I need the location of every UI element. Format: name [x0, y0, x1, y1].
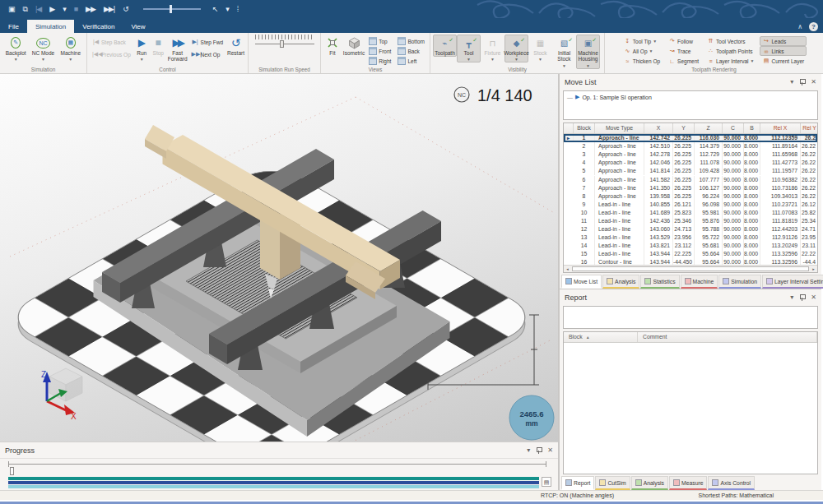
tab-verification[interactable]: Verification: [74, 21, 123, 33]
move-row[interactable]: 4Approach - line142.04626.225111.07890.0…: [564, 159, 817, 167]
step-fwd-button[interactable]: ▶|Step Fwd: [189, 37, 226, 47]
machine-housing-toggle[interactable]: ▣✓Machine Housing▼: [576, 35, 600, 69]
qat-more-icon[interactable]: ⁞: [234, 1, 242, 17]
step-back-button[interactable]: |◀Step Back: [90, 37, 133, 47]
move-row[interactable]: 14Lead-in - line143.82123.11295.68190.00…: [564, 242, 817, 250]
progress-close-icon[interactable]: ✕: [547, 447, 553, 454]
tab-view[interactable]: View: [123, 21, 153, 33]
report-dropdown-icon[interactable]: ▾: [790, 294, 793, 301]
move-row[interactable]: 3Approach - line142.27826.225112.72990.0…: [564, 150, 817, 159]
tab-analysis[interactable]: Analysis: [602, 275, 639, 289]
tab-report[interactable]: Report: [561, 476, 594, 490]
run-speed-slider[interactable]: [255, 44, 314, 44]
toolpath-toggle[interactable]: ⌁✓Toolpath: [433, 35, 457, 57]
view-back-button[interactable]: Back: [395, 46, 427, 56]
links-button[interactable]: ∞Links: [760, 46, 807, 56]
tab-file[interactable]: File: [0, 21, 27, 33]
isometric-button[interactable]: Isometric: [342, 35, 365, 57]
tab-simulation[interactable]: Simulation: [718, 275, 761, 289]
report-col-block[interactable]: Block ▲: [564, 332, 638, 342]
report-close-icon[interactable]: ✕: [811, 294, 816, 301]
restart-button[interactable]: ↺ Restart: [226, 35, 245, 57]
run-button[interactable]: ▶ Run▼: [134, 35, 150, 62]
current-layer-button[interactable]: ▤Current Layer: [760, 56, 807, 66]
play-icon[interactable]: ▶: [46, 1, 58, 17]
fast-forward-button[interactable]: ▶▶ Fast Forward: [167, 35, 188, 63]
report-col-comment[interactable]: Comment: [638, 332, 817, 342]
open-icon[interactable]: ⧉: [20, 1, 30, 17]
pointer-icon[interactable]: ↖: [209, 1, 221, 17]
move-row[interactable]: 12Lead-in - line143.06024.71395.78890.00…: [564, 225, 817, 234]
scroll-left-icon[interactable]: ◂: [564, 266, 571, 272]
fixture-toggle[interactable]: ⊓Fixture▼: [481, 35, 504, 62]
stock-toggle[interactable]: ▦Stock▼: [528, 35, 552, 62]
previous-op-button[interactable]: |◀◀Previous Op: [90, 49, 133, 59]
col-z[interactable]: Z: [695, 123, 723, 133]
layer-interval-button[interactable]: ≡Layer Interval▼: [704, 56, 756, 66]
scroll-right-icon[interactable]: ▸: [810, 266, 817, 272]
move-list-pin-icon[interactable]: [799, 79, 805, 86]
tool-tip-button[interactable]: ↧Tool Tip▼: [621, 36, 663, 46]
backplot-button[interactable]: ✎Backplot▼: [2, 35, 29, 62]
tab-machine[interactable]: Machine: [681, 275, 718, 289]
viewport-3d[interactable]: NC 1/4 140 2465.6 m: [0, 74, 558, 442]
move-row[interactable]: 5Approach - line141.81426.225109.42890.0…: [564, 167, 817, 175]
tab-move-list[interactable]: Move List: [561, 275, 602, 289]
tab-axis-control[interactable]: Axis Control: [708, 476, 755, 490]
move-row[interactable]: ▸1Approach - line142.74226.225116.03090.…: [564, 134, 817, 142]
move-row[interactable]: 2Approach - line142.51026.225114.37990.0…: [564, 142, 817, 150]
tab-statistics[interactable]: Statistics: [640, 275, 679, 289]
tab-analysis[interactable]: Analysis: [631, 476, 668, 490]
hscroll-thumb[interactable]: [572, 266, 809, 271]
col-rel-x[interactable]: Rel X: [760, 123, 801, 133]
move-row[interactable]: 11Lead-in - line142.43625.34695.87690.00…: [564, 217, 817, 225]
tab-measure[interactable]: Measure: [669, 476, 707, 490]
progress-detail-button[interactable]: ▤: [542, 477, 551, 487]
segment-button[interactable]: ∟Segment: [666, 56, 701, 66]
move-list-close-icon[interactable]: ✕: [811, 79, 816, 86]
move-row[interactable]: 9Lead-in - line140.85526.12196.09890.000…: [564, 201, 817, 209]
fit-button[interactable]: Fit: [323, 35, 342, 57]
toolpath-points-button[interactable]: ∴Toolpath Points: [704, 46, 756, 56]
report-pin-icon[interactable]: [799, 294, 805, 301]
move-row[interactable]: 13Lead-in - line143.52923.95695.72290.00…: [564, 234, 817, 242]
progress-pin-icon[interactable]: [536, 447, 542, 454]
view-front-button[interactable]: Front: [366, 46, 393, 56]
view-top-button[interactable]: Top: [366, 36, 393, 46]
move-row[interactable]: 6Approach - line141.58226.225107.77790.0…: [564, 175, 817, 183]
move-table-hscrollbar[interactable]: ◂ ▸: [564, 265, 817, 272]
trace-button[interactable]: ↝Trace: [666, 46, 701, 56]
tool-vectors-button[interactable]: ⇈Tool Vectors: [704, 36, 756, 46]
move-table-header[interactable]: BlockMove TypeXYZCBRel XRel Y: [564, 123, 817, 134]
move-row[interactable]: 8Approach - line139.95826.22596.22490.00…: [564, 192, 817, 201]
next-op-button[interactable]: ▶▶|Next Op: [189, 49, 226, 59]
move-row[interactable]: 10Lead-in - line141.68925.82395.98190.00…: [564, 209, 817, 217]
collapse-ribbon-icon[interactable]: ∧: [797, 23, 802, 30]
operation-tree-item[interactable]: — ▶ Op. 1: Sample SI operation: [567, 94, 814, 100]
restart-icon[interactable]: ↺: [119, 1, 132, 17]
tool-toggle[interactable]: ┳✓Tool▼: [457, 35, 481, 62]
speed-slider[interactable]: [143, 8, 201, 10]
view-bottom-button[interactable]: Bottom: [395, 36, 427, 46]
progress-slider-track[interactable]: [8, 464, 546, 465]
move-row[interactable]: 7Approach - line141.35026.225106.12790.0…: [564, 184, 817, 192]
initial-stock-toggle[interactable]: ▧✓Initial Stock▼: [552, 35, 576, 69]
col-b[interactable]: B: [744, 123, 760, 133]
tab-layer-interval-settings[interactable]: Layer Interval Settings: [762, 275, 823, 289]
machine-button[interactable]: ▦Machine▼: [58, 35, 84, 62]
skip-end-icon[interactable]: ▶▶|: [100, 1, 118, 17]
play-caret-icon[interactable]: ▾: [59, 1, 69, 17]
move-list-dropdown-icon[interactable]: ▾: [790, 79, 793, 86]
app-icon[interactable]: ▣: [5, 1, 18, 17]
nc-mode-button[interactable]: NCNC Mode▼: [30, 35, 56, 62]
stop-button[interactable]: ■ Stop: [151, 35, 166, 57]
col-y[interactable]: Y: [673, 123, 695, 133]
leads-button[interactable]: ↪Leads: [760, 36, 807, 46]
col-x[interactable]: X: [644, 123, 673, 133]
view-left-button[interactable]: Left: [395, 56, 427, 66]
tab-cutsim[interactable]: CutSim: [595, 476, 630, 490]
col-move-type[interactable]: Move Type: [595, 123, 644, 133]
follow-button[interactable]: ↷Follow: [666, 36, 701, 46]
progress-slider-thumb[interactable]: [10, 467, 14, 475]
pointer-caret-icon[interactable]: ▾: [222, 1, 232, 17]
